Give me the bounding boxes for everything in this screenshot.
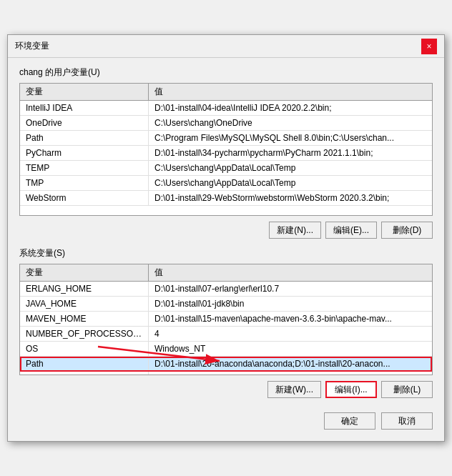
- cell-val: Windows_NT: [149, 342, 432, 356]
- user-table-header: 变量 值: [20, 84, 432, 101]
- bottom-buttons: 确定 取消: [19, 407, 433, 432]
- user-col-val: 值: [149, 84, 432, 100]
- cell-val: D:\01-install\07-erlang\erl\erl10.7: [149, 282, 432, 296]
- user-section-label: chang 的用户变量(U): [19, 66, 433, 79]
- system-new-button[interactable]: 新建(W)...: [267, 381, 321, 398]
- user-delete-button[interactable]: 删除(D): [381, 222, 433, 239]
- cell-val: C:\Program Files\MySQL\MySQL Shell 8.0\b…: [149, 131, 432, 145]
- table-row[interactable]: ERLANG_HOMED:\01-install\07-erlang\erl\e…: [20, 282, 432, 297]
- table-row[interactable]: PathD:\01-install\20-anaconda\anaconda;D…: [20, 357, 432, 372]
- user-table-body[interactable]: IntelliJ IDEAD:\01-install\04-idea\Intel…: [20, 101, 432, 215]
- cell-val: C:\Users\chang\AppData\Local\Temp: [149, 176, 432, 190]
- user-new-button[interactable]: 新建(N)...: [269, 222, 321, 239]
- cell-var: IntelliJ IDEA: [20, 101, 149, 115]
- cell-var: MAVEN_HOME: [20, 312, 149, 326]
- system-buttons-group: 新建(W)... 编辑(I)... 删除(L): [19, 381, 433, 398]
- table-row[interactable]: PyCharmD:\01-install\34-pycharm\pycharm\…: [20, 146, 432, 161]
- cell-val: 4: [149, 327, 432, 341]
- system-table-header: 变量 值: [20, 264, 432, 282]
- system-section-label: 系统变量(S): [19, 247, 433, 259]
- cell-val: C:\Users\chang\AppData\Local\Temp: [149, 161, 432, 175]
- table-row[interactable]: PATHEXT.COM;.EXE;.BAT;.CMD;.VBS;.VBE;.JS…: [20, 372, 432, 375]
- cell-val: D:\01-install\34-pycharm\pycharm\PyCharm…: [149, 146, 432, 160]
- cell-val: D:\01-install\15-maven\apache-maven-3.6.…: [149, 312, 432, 326]
- ok-button[interactable]: 确定: [324, 412, 375, 430]
- table-row[interactable]: WebStormD:\01-install\29-WebStorm\websto…: [20, 191, 432, 206]
- cell-val: D:\01-install\20-anaconda\anaconda;D:\01…: [149, 357, 432, 371]
- cell-var: PATHEXT: [20, 372, 149, 375]
- sys-col-var: 变量: [20, 264, 149, 281]
- cell-val: .COM;.EXE;.BAT;.CMD;.VBS;.VBE;.JS;.JSE;.…: [149, 372, 432, 375]
- cell-var: Path: [20, 357, 149, 371]
- title-bar: 环境变量 ×: [8, 35, 444, 58]
- table-row[interactable]: TMPC:\Users\chang\AppData\Local\Temp: [20, 176, 432, 191]
- cell-val: D:\01-install\04-idea\IntelliJ IDEA 2020…: [149, 101, 432, 115]
- cell-val: C:\Users\chang\OneDrive: [149, 116, 432, 130]
- cell-var: WebStorm: [20, 191, 149, 205]
- table-row[interactable]: IntelliJ IDEAD:\01-install\04-idea\Intel…: [20, 101, 432, 116]
- close-button[interactable]: ×: [421, 39, 437, 54]
- dialog-title: 环境变量: [15, 40, 49, 52]
- user-variables-table: 变量 值 IntelliJ IDEAD:\01-install\04-idea\…: [19, 83, 433, 216]
- system-variables-table: 变量 值 ERLANG_HOMED:\01-install\07-erlang\…: [19, 264, 433, 375]
- cell-var: Path: [20, 131, 149, 145]
- cell-val: D:\01-install\01-jdk8\bin: [149, 297, 432, 311]
- user-buttons-group: 新建(N)... 编辑(E)... 删除(D): [19, 222, 433, 239]
- table-row[interactable]: NUMBER_OF_PROCESSORS4: [20, 327, 432, 342]
- sys-col-val: 值: [149, 264, 432, 281]
- cell-var: PyCharm: [20, 146, 149, 160]
- cell-var: TEMP: [20, 161, 149, 175]
- table-row[interactable]: OneDriveC:\Users\chang\OneDrive: [20, 116, 432, 131]
- table-row[interactable]: JAVA_HOMED:\01-install\01-jdk8\bin: [20, 297, 432, 312]
- table-row[interactable]: PathC:\Program Files\MySQL\MySQL Shell 8…: [20, 131, 432, 146]
- user-edit-button[interactable]: 编辑(E)...: [325, 222, 377, 239]
- cell-var: NUMBER_OF_PROCESSORS: [20, 327, 149, 341]
- table-row[interactable]: TEMPC:\Users\chang\AppData\Local\Temp: [20, 161, 432, 176]
- cell-var: ERLANG_HOME: [20, 282, 149, 296]
- cell-var: TMP: [20, 176, 149, 190]
- dialog-body: chang 的用户变量(U) 变量 值 IntelliJ IDEAD:\01-i…: [8, 58, 444, 441]
- cell-var: OS: [20, 342, 149, 356]
- cancel-button[interactable]: 取消: [381, 412, 433, 430]
- system-table-body[interactable]: ERLANG_HOMED:\01-install\07-erlang\erl\e…: [20, 282, 432, 375]
- table-row[interactable]: MAVEN_HOMED:\01-install\15-maven\apache-…: [20, 312, 432, 327]
- cell-val: D:\01-install\29-WebStorm\webstorm\WebSt…: [149, 191, 432, 205]
- system-delete-button[interactable]: 删除(L): [381, 381, 433, 398]
- user-col-var: 变量: [20, 84, 149, 100]
- system-edit-button[interactable]: 编辑(I)...: [325, 381, 377, 398]
- cell-var: OneDrive: [20, 116, 149, 130]
- table-row[interactable]: OSWindows_NT: [20, 342, 432, 357]
- cell-var: JAVA_HOME: [20, 297, 149, 311]
- environment-variables-dialog: 环境变量 × chang 的用户变量(U) 变量 值 IntelliJ IDEA…: [7, 34, 445, 442]
